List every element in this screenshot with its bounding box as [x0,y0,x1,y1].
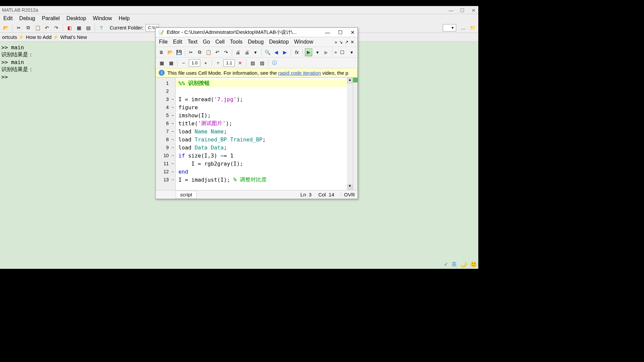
emenu-text[interactable]: Text [187,39,197,45]
profiler-icon[interactable]: ▤ [85,24,92,32]
emenu-window[interactable]: Window [294,39,313,45]
code-line[interactable]: load Trained_BP Trained_BP; [176,135,347,143]
editor-close-icon[interactable]: ✕ [351,29,355,36]
code-line[interactable]: imshow(I); [176,111,347,119]
redo-icon[interactable]: ↷ [53,24,60,32]
menu-debug[interactable]: Debug [19,15,35,21]
emenu-go[interactable]: Go [203,39,210,45]
run-dropdown-icon[interactable]: ▾ [314,48,321,56]
ime-smile-icon[interactable]: 🙂 [470,261,477,268]
print-sel-icon[interactable]: 🖨 [243,48,251,56]
panel-dropdown-icon[interactable]: ▾ [347,48,356,56]
code-line[interactable] [176,87,347,95]
open-file-icon[interactable]: 📂 [166,48,174,56]
editor-minimize-icon[interactable]: — [325,29,330,36]
divide-icon[interactable]: ÷ [214,59,222,67]
editor-window: 📝 Editor - C:\Users\Administrator\Deskto… [155,27,358,199]
multiply-icon[interactable]: ✕ [236,59,244,67]
vertical-scrollbar[interactable]: ▲ ▼ [347,78,353,190]
increment-value-1[interactable]: 1.0 [189,59,200,67]
forward-icon[interactable]: ▶ [281,48,289,56]
code-line[interactable]: title('测试图片'); [176,119,347,127]
dropdown-icon[interactable]: ▾ [252,48,259,56]
file-tab[interactable]: script [176,191,197,198]
editor-maximize-icon[interactable]: ☐ [338,29,342,36]
new-file-icon[interactable]: 🗎 [158,48,165,56]
code-line[interactable]: I = imadjust(I); % 调整对比度 [176,176,347,184]
increment-value-2[interactable]: 1.1 [223,59,235,67]
scroll-down-icon[interactable]: ▼ [347,184,353,190]
close-icon[interactable]: ✕ [472,8,476,12]
find-icon[interactable]: 🔍 [264,48,271,56]
code-body[interactable]: %% 识别按钮I = imread('7.jpg');figureimshow(… [176,78,347,190]
maximize-icon[interactable]: ☐ [460,8,465,12]
code-line[interactable]: %% 识别按钮 [176,79,347,87]
cell-advance-icon[interactable]: ▦ [167,59,175,67]
help-icon[interactable]: ? [98,24,105,32]
main-titlebar[interactable]: MATLAB R2012a — ☐ ✕ [0,6,478,14]
menu-desktop[interactable]: Desktop [66,15,86,21]
paste-icon[interactable]: 📋 [205,48,212,56]
code-line[interactable]: figure [176,103,347,111]
back-icon[interactable]: ◀ [272,48,280,56]
undo-icon[interactable]: ↶ [43,24,51,32]
emenu-cell[interactable]: Cell [215,39,225,45]
emenu-debug[interactable]: Debug [248,39,264,45]
folder-dropdown[interactable]: ▾ [443,24,456,32]
run-advance-icon[interactable]: ▶ [323,48,330,56]
fx-icon[interactable]: fx [293,48,301,56]
checkbox-icon[interactable]: ☐ [338,48,346,56]
ime-lang-icon[interactable]: 英 [451,261,457,268]
minimize-icon[interactable]: — [449,8,453,12]
publish-opt-icon[interactable]: ▨ [258,59,266,67]
open-icon[interactable]: 📂 [2,24,9,32]
code-line[interactable]: I = imread('7.jpg'); [176,95,347,103]
whats-new-link[interactable]: What's New [60,34,87,40]
ime-check-icon[interactable]: ✓ [444,261,448,268]
emenu-edit[interactable]: Edit [173,39,182,45]
menu-parallel[interactable]: Parallel [42,15,60,21]
run-button[interactable]: ▶ [305,48,312,56]
minus-icon[interactable]: − [179,59,187,67]
cell-info-icon[interactable]: ⓘ [270,59,278,67]
menu-window[interactable]: Window [93,15,112,21]
browse-up-icon[interactable]: 📁 [469,24,476,32]
code-line[interactable]: if size(I,3) ~= 1 [176,152,347,160]
undock-icon[interactable]: ↗ [345,40,348,45]
cut-icon[interactable]: ✂ [187,48,195,56]
ime-moon-icon[interactable]: 🌙 [460,261,467,268]
pane-close-icon[interactable]: ✕ [351,40,354,45]
more-tb-icon[interactable]: » [334,50,337,55]
how-to-add-link[interactable]: How to Add [26,34,52,40]
code-line[interactable]: I = rgb2gray(I); [176,160,347,168]
dock-icon[interactable]: ↘ [339,40,343,45]
paste-icon[interactable]: 📋 [34,24,41,32]
undo-icon[interactable]: ↶ [214,48,221,56]
rapid-code-link[interactable]: rapid code iteration [278,70,321,76]
publish-icon[interactable]: ▨ [249,59,257,67]
plus-icon[interactable]: + [202,59,210,67]
ime-tray[interactable]: ✓ 英 🌙 🙂 [444,261,477,268]
code-line[interactable]: load Name Name; [176,127,347,135]
more-menu-icon[interactable]: » [335,40,337,45]
code-marker-bar[interactable] [353,78,358,190]
menu-help[interactable]: Help [119,15,130,21]
menu-edit[interactable]: Edit [3,15,13,21]
emenu-tools[interactable]: Tools [230,39,243,45]
save-icon[interactable]: 💾 [175,48,183,56]
scroll-up-icon[interactable]: ▲ [347,78,353,84]
code-line[interactable]: end [176,168,347,176]
code-line[interactable]: load Data Data; [176,143,347,152]
copy-icon[interactable]: ⧉ [24,24,32,32]
emenu-desktop[interactable]: Desktop [269,39,289,45]
editor-titlebar[interactable]: 📝 Editor - C:\Users\Administrator\Deskto… [156,28,358,37]
cut-icon[interactable]: ✂ [15,24,22,32]
cell-eval-icon[interactable]: ▦ [158,59,166,67]
folder-options-icon[interactable]: … [460,24,467,32]
simulink-icon[interactable]: ◧ [66,24,73,32]
print-icon[interactable]: 🖨 [234,48,241,56]
redo-icon[interactable]: ↷ [222,48,230,56]
copy-icon[interactable]: ⧉ [196,48,203,56]
guide-icon[interactable]: ▦ [75,24,83,32]
emenu-file[interactable]: File [159,39,168,45]
